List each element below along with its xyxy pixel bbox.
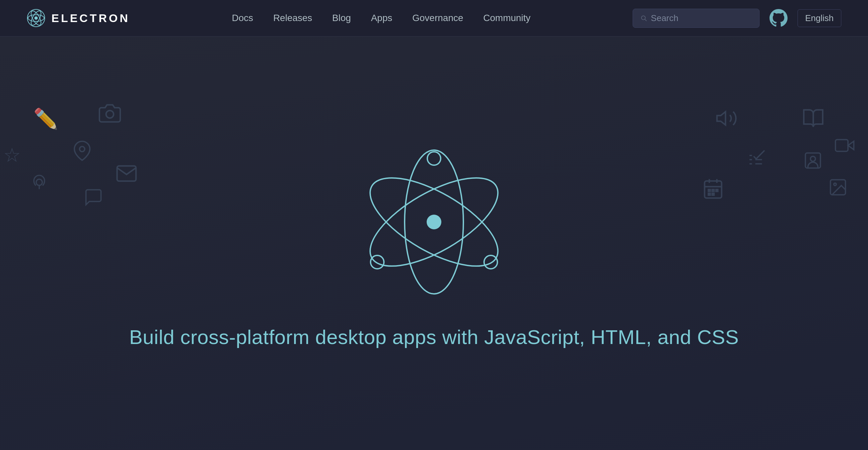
svg-point-8 xyxy=(106,111,114,118)
svg-point-7 xyxy=(36,179,42,185)
checklist-icon xyxy=(746,147,766,172)
github-icon[interactable] xyxy=(770,9,787,27)
nav-link-blog[interactable]: Blog xyxy=(332,13,351,23)
star-icon: ☆ xyxy=(3,144,21,167)
svg-rect-23 xyxy=(708,193,710,195)
svg-rect-24 xyxy=(712,193,714,195)
svg-rect-21 xyxy=(712,190,714,192)
svg-point-35 xyxy=(371,255,384,269)
search-icon xyxy=(640,15,647,22)
video-icon xyxy=(835,135,855,160)
mail-icon xyxy=(115,162,138,190)
svg-marker-10 xyxy=(717,112,726,125)
electron-logo-icon xyxy=(27,9,45,27)
svg-point-36 xyxy=(484,255,497,269)
svg-point-30 xyxy=(834,183,837,186)
search-input[interactable] xyxy=(651,13,752,23)
svg-rect-20 xyxy=(708,190,710,192)
location-icon xyxy=(72,140,92,166)
portrait-icon xyxy=(803,150,823,175)
nav-link-apps[interactable]: Apps xyxy=(371,13,392,23)
nav-link-governance[interactable]: Governance xyxy=(412,13,463,23)
calendar-icon xyxy=(702,177,724,205)
logo-text: ELECTRON xyxy=(52,12,130,25)
book-icon xyxy=(802,107,825,135)
svg-line-6 xyxy=(645,19,646,21)
svg-point-37 xyxy=(427,215,441,229)
svg-point-28 xyxy=(811,157,815,162)
svg-rect-26 xyxy=(836,140,848,151)
navbar: ELECTRON Docs Releases Blog Apps Governa… xyxy=(0,0,868,37)
svg-point-1 xyxy=(34,17,38,20)
hero-section: ✏️ ☆ xyxy=(0,37,868,450)
hero-tagline: Build cross-platform desktop apps with J… xyxy=(129,326,739,349)
svg-point-34 xyxy=(427,152,441,165)
image-icon xyxy=(828,177,848,202)
language-button[interactable]: English xyxy=(798,9,841,27)
nav-link-community[interactable]: Community xyxy=(484,13,531,23)
chat-icon xyxy=(84,187,103,212)
svg-point-9 xyxy=(80,146,85,152)
svg-marker-25 xyxy=(848,141,854,150)
nav-links: Docs Releases Blog Apps Governance Commu… xyxy=(232,13,531,23)
electron-atom xyxy=(350,138,518,306)
camera-icon xyxy=(98,102,121,130)
podcast-icon xyxy=(30,174,49,197)
volume-icon xyxy=(715,107,738,135)
nav-link-releases[interactable]: Releases xyxy=(273,13,312,23)
svg-rect-22 xyxy=(716,190,718,192)
pencil-icon: ✏️ xyxy=(33,107,58,131)
search-box[interactable] xyxy=(633,9,760,28)
nav-right: English xyxy=(633,9,841,28)
nav-link-docs[interactable]: Docs xyxy=(232,13,253,23)
logo-link[interactable]: ELECTRON xyxy=(27,9,130,27)
